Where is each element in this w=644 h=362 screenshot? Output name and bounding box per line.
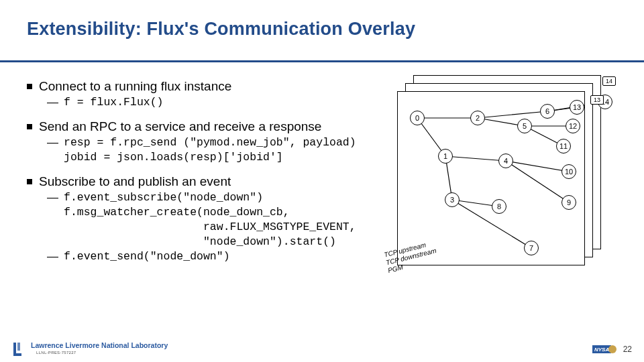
page-number: 22 xyxy=(623,345,632,354)
bullet-2: Subscribe to and publish an event—f.even… xyxy=(27,174,382,264)
code-line: —f.event_send("node_down") xyxy=(47,249,382,264)
bullet-heading-text: Connect to a running flux instance xyxy=(39,79,231,94)
code-text: jobid = json.loads(resp)['jobid'] xyxy=(64,150,283,165)
dash-icon: — xyxy=(47,135,58,150)
bullet-heading: Subscribe to and publish an event xyxy=(27,174,382,189)
code-text: resp = f.rpc_send ("pymod.new_job", payl… xyxy=(64,135,356,150)
footer-left: Lawrence Livermore National Laboratory L… xyxy=(12,341,168,357)
svg-point-16 xyxy=(608,345,616,353)
graph-node-0: 0 xyxy=(410,111,425,125)
bullet-heading-text: Subscribe to and publish an event xyxy=(39,174,231,189)
bullet-0: Connect to a running flux instance—f = f… xyxy=(27,79,382,110)
bullet-square-icon xyxy=(27,124,32,129)
bullet-1: Send an RPC to a service and receive a r… xyxy=(27,119,382,165)
code-text: f.event_subscribe("node_down") xyxy=(64,190,263,205)
nnsa-logo-icon: NYSA xyxy=(592,343,616,356)
graph-node-4: 4 xyxy=(498,154,513,168)
graph-node-3: 3 xyxy=(445,192,460,207)
dash-icon: — xyxy=(47,95,58,110)
graph-node-13: 13 xyxy=(570,100,584,115)
footer-right: NYSA 22 xyxy=(592,343,632,356)
dash-icon: — xyxy=(47,249,58,264)
org-text: Lawrence Livermore National Laboratory xyxy=(31,341,168,349)
bullet-code-block: —resp = f.rpc_send ("pymod.new_job", pay… xyxy=(47,135,382,165)
graph-node-7: 7 xyxy=(524,241,539,255)
graph-node-8: 8 xyxy=(492,199,506,214)
code-line: — "node_down").start() xyxy=(47,235,382,249)
code-text: f.msg_watcher_create(node_down_cb, xyxy=(64,205,290,220)
svg-line-3 xyxy=(445,156,506,161)
svg-line-9 xyxy=(506,161,569,172)
footnote-text: LLNL-PRES-757227 xyxy=(36,349,168,357)
diagram-layer-labels: TCP upstreamTCP downstreamPGM xyxy=(383,239,439,275)
graph-node-6: 6 xyxy=(540,104,555,119)
diagram-column: 01234567891011121314 TCP upstreamTCP dow… xyxy=(389,75,617,283)
page-title: Extensibility: Flux's Communication Over… xyxy=(27,19,617,40)
code-text: "node_down").start() xyxy=(64,235,336,249)
code-line: —f = flux.Flux() xyxy=(47,95,382,110)
code-line: —resp = f.rpc_send ("pymod.new_job", pay… xyxy=(47,135,382,150)
graph-node-10: 10 xyxy=(561,164,576,179)
graph-node-label-14: 14 xyxy=(602,76,616,86)
graph-node-12: 12 xyxy=(566,119,580,133)
text-column: Connect to a running flux instance—f = f… xyxy=(27,75,389,274)
graph-node-1: 1 xyxy=(438,149,453,164)
graph-node-9: 9 xyxy=(561,195,576,210)
graph-node-label-13: 13 xyxy=(590,95,604,105)
footer: Lawrence Livermore National Laboratory L… xyxy=(0,339,644,362)
diagram-layer-front: 01234567891011121314 xyxy=(397,91,585,265)
code-line: —f.msg_watcher_create(node_down_cb, xyxy=(47,205,382,220)
code-text: f.event_send("node_down") xyxy=(64,249,230,264)
bullet-heading: Connect to a running flux instance xyxy=(27,79,382,94)
llnl-org-name: Lawrence Livermore National Laboratory L… xyxy=(31,342,168,357)
slide: Extensibility: Flux's Communication Over… xyxy=(0,0,644,362)
graph-node-5: 5 xyxy=(517,119,532,133)
code-line: —f.event_subscribe("node_down") xyxy=(47,190,382,205)
llnl-logo-icon xyxy=(12,341,25,357)
code-line: —jobid = json.loads(resp)['jobid'] xyxy=(47,150,382,165)
code-text: f = flux.Flux() xyxy=(64,95,164,110)
bullet-heading: Send an RPC to a service and receive a r… xyxy=(27,119,382,134)
title-rule xyxy=(0,60,644,62)
dash-icon: — xyxy=(47,190,58,205)
overlay-diagram: 01234567891011121314 TCP upstreamTCP dow… xyxy=(389,75,617,283)
svg-line-5 xyxy=(478,111,547,118)
bullet-square-icon xyxy=(27,84,32,89)
code-line: — raw.FLUX_MSGTYPE_EVENT, xyxy=(47,220,382,235)
code-text: raw.FLUX_MSGTYPE_EVENT, xyxy=(64,220,356,235)
graph-node-11: 11 xyxy=(556,139,571,154)
diagram-edges xyxy=(398,92,584,265)
graph-node-2: 2 xyxy=(470,111,485,125)
bullet-heading-text: Send an RPC to a service and receive a r… xyxy=(39,119,321,134)
bullet-code-block: —f = flux.Flux() xyxy=(47,95,382,110)
svg-text:NYSA: NYSA xyxy=(594,347,609,353)
bullet-code-block: —f.event_subscribe("node_down")—f.msg_wa… xyxy=(47,190,382,264)
content-row: Connect to a running flux instance—f = f… xyxy=(27,75,617,283)
bullet-square-icon xyxy=(27,179,32,184)
svg-line-8 xyxy=(506,161,569,202)
